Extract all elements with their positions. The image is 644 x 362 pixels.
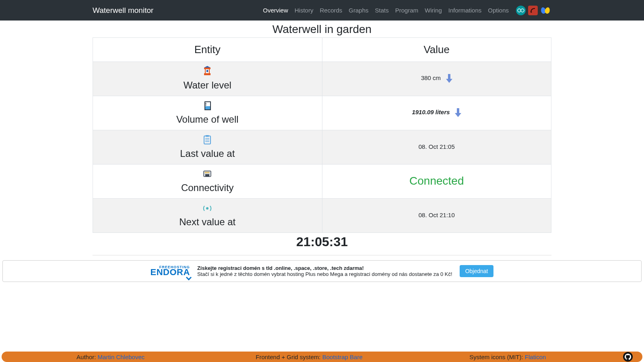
svg-rect-20: [205, 172, 206, 173]
sigfox-icon[interactable]: [540, 6, 551, 14]
svg-rect-7: [204, 73, 211, 75]
value-last-at: 08. Oct 21:05: [419, 143, 455, 150]
footer-icons-link[interactable]: Flaticon: [525, 354, 546, 360]
arduino-icon[interactable]: [516, 6, 526, 15]
clock: 21:05:31: [93, 234, 551, 249]
nav-stats[interactable]: Stats: [372, 4, 392, 17]
brand-title[interactable]: Waterwell monitor: [93, 6, 160, 15]
nav-overview[interactable]: Overview: [260, 4, 291, 17]
espressif-icon[interactable]: [528, 6, 538, 15]
label-last-at: Last value at: [97, 148, 318, 159]
nav-links: Overview History Records Graphs Stats Pr…: [260, 4, 512, 17]
row-next-at: Next value at 08. Oct 21:10: [93, 199, 551, 233]
footer-author-link[interactable]: Martin Chlebovec: [98, 354, 145, 360]
nav-program[interactable]: Program: [392, 4, 422, 17]
nav-informations[interactable]: Informations: [445, 4, 485, 17]
svg-point-24: [206, 207, 208, 210]
github-icon[interactable]: [623, 352, 633, 362]
svg-point-0: [518, 9, 521, 12]
overview-table: Entity Value: [93, 37, 551, 233]
label-next-at: Next value at: [97, 216, 318, 228]
nav-history[interactable]: History: [291, 4, 317, 17]
svg-rect-14: [206, 135, 209, 137]
banner-text: Získejte registraci domén s tld .online,…: [197, 265, 452, 277]
ad-banner: FREEHOSTING ENDORA Získejte registraci d…: [2, 260, 642, 282]
svg-rect-21: [206, 172, 207, 173]
svg-rect-19: [205, 174, 209, 177]
svg-rect-8: [206, 70, 208, 72]
endora-logo[interactable]: FREEHOSTING ENDORA: [151, 266, 190, 276]
nav-graphs[interactable]: Graphs: [345, 4, 372, 17]
nav-records[interactable]: Records: [316, 4, 345, 17]
svg-rect-22: [207, 172, 208, 173]
svg-rect-3: [204, 68, 211, 69]
value-connectivity: Connected: [409, 175, 464, 187]
svg-point-2: [531, 11, 532, 12]
navbar: Waterwell monitor Overview History Recor…: [0, 0, 644, 21]
svg-rect-6: [209, 69, 210, 73]
value-volume: 1910.09 liters: [412, 109, 450, 115]
banner-title: Získejte registraci domén s tld .online,…: [197, 265, 452, 271]
label-connectivity: Connectivity: [97, 182, 318, 193]
value-next-at: 08. Oct 21:10: [419, 212, 455, 218]
broadcast-icon: [202, 203, 213, 214]
row-connectivity: Connectivity Connected: [93, 165, 551, 199]
nav-wiring[interactable]: Wiring: [421, 4, 445, 17]
row-last-at: Last value at 08. Oct 21:05: [93, 130, 551, 165]
label-volume: Volume of well: [97, 114, 318, 125]
th-entity: Entity: [93, 38, 322, 62]
clipboard-icon: [202, 134, 213, 146]
banner-subtitle: Stačí si k jedné z těchto domén vybrat h…: [197, 271, 452, 277]
page-title: Waterwell in garden: [93, 23, 551, 36]
well-icon: [202, 66, 213, 77]
row-water-level: Water level 380 cm: [93, 62, 551, 96]
footer-grid-label: Frontend + Grid system:: [256, 354, 322, 360]
divider: [93, 255, 551, 255]
beaker-icon: [202, 100, 213, 111]
footer-grid-link[interactable]: Bootstrap Bare: [322, 354, 363, 360]
svg-marker-4: [204, 66, 211, 68]
trend-down-icon: [455, 108, 461, 117]
svg-point-1: [521, 9, 524, 12]
label-water-level: Water level: [97, 80, 318, 91]
footer-author-label: Author:: [76, 354, 98, 360]
th-value: Value: [322, 38, 551, 62]
value-water-level: 380 cm: [421, 74, 441, 81]
footer-icons-label: System icons (MIT):: [469, 354, 525, 360]
order-button[interactable]: Objednat: [460, 265, 494, 277]
svg-rect-23: [208, 172, 209, 173]
row-volume: Volume of well 1910.09 liters: [93, 96, 551, 130]
footer: Author: Martin Chlebovec Frontend + Grid…: [2, 352, 642, 362]
trend-down-icon: [446, 74, 452, 83]
svg-rect-10: [205, 106, 210, 109]
svg-rect-5: [205, 69, 206, 73]
nav-options[interactable]: Options: [485, 4, 512, 17]
ethernet-icon: [202, 169, 213, 180]
